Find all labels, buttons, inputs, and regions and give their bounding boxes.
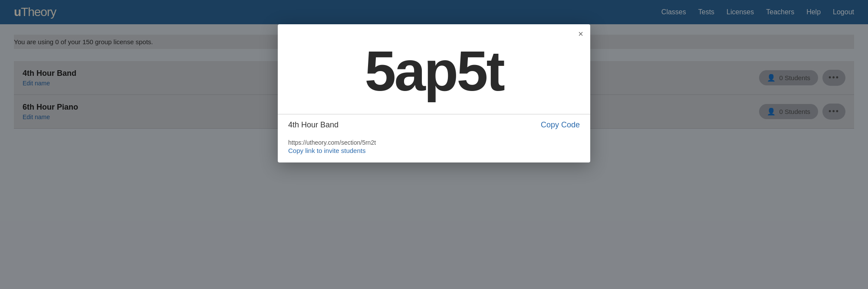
modal-footer: 4th Hour Band Copy Code [278, 114, 590, 136]
modal: × 5ap5t 4th Hour Band Copy Code https://… [278, 24, 590, 162]
modal-overlay: × 5ap5t 4th Hour Band Copy Code https://… [0, 0, 868, 289]
class-code-display: 5ap5t [304, 42, 564, 101]
copy-code-button[interactable]: Copy Code [541, 120, 580, 130]
copy-link-button[interactable]: Copy link to invite students [288, 147, 365, 154]
invite-url-display: https://utheory.com/section/5rn2t [288, 139, 580, 146]
modal-class-name: 4th Hour Band [288, 120, 339, 130]
modal-code-area: 5ap5t [278, 24, 590, 110]
modal-close-button[interactable]: × [578, 29, 583, 38]
modal-link-section: https://utheory.com/section/5rn2t Copy l… [278, 136, 590, 162]
